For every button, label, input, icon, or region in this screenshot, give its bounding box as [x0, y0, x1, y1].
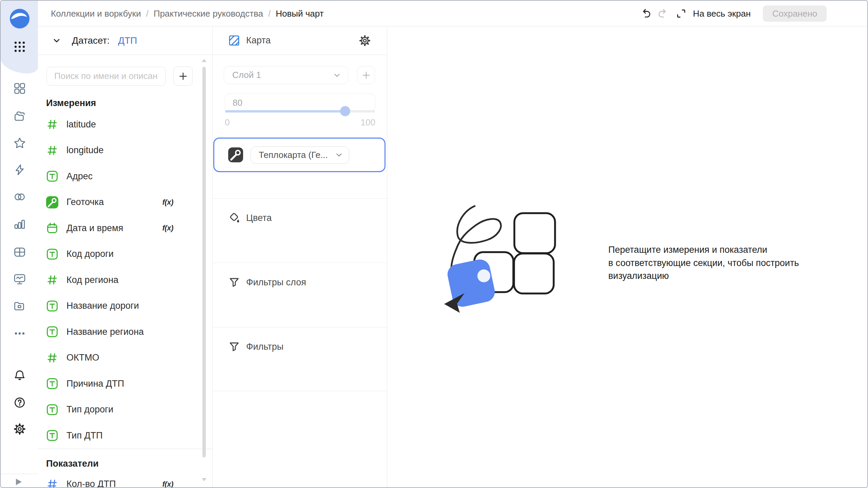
chevron-down-icon — [333, 71, 341, 79]
sidebar-item-tables[interactable] — [13, 246, 26, 259]
formula-badge: f(x) — [162, 480, 173, 488]
field-name: Причина ДТП — [66, 379, 124, 389]
field-row[interactable]: Код региона — [46, 267, 212, 293]
field-row[interactable]: Геоточка f(x) — [46, 189, 212, 216]
field-row[interactable]: Дата и время f(x) — [46, 215, 212, 241]
bar-chart-icon — [13, 218, 26, 230]
fullscreen-button[interactable]: На весь экран — [675, 8, 751, 19]
geotype-select[interactable]: Теплокарта (Ге... — [251, 146, 349, 164]
plus-icon — [179, 72, 188, 81]
gear-icon — [13, 423, 26, 435]
empty-state-line: Перетащите измерения и показатели — [608, 243, 812, 257]
apps-grid-icon — [14, 41, 26, 53]
scroll-up-arrow[interactable] — [202, 59, 206, 62]
funnel-icon — [228, 341, 240, 353]
field-name: longitude — [66, 145, 104, 156]
sidebar-item-more[interactable] — [13, 327, 26, 340]
sidebar-item-charts[interactable] — [13, 218, 26, 230]
search-input[interactable] — [46, 67, 166, 86]
opacity-scale: 0 100 — [225, 117, 375, 128]
bell-icon — [13, 369, 26, 382]
field-row[interactable]: Адрес — [46, 163, 212, 189]
breadcrumb-collections[interactable]: Коллекции и воркбуки — [51, 8, 141, 19]
field-row[interactable]: Причина ДТП — [46, 371, 212, 397]
funnel-icon — [228, 276, 240, 288]
settings-button[interactable] — [13, 423, 26, 435]
filters-section[interactable]: Фильтры — [213, 327, 387, 391]
layer-select[interactable]: Слой 1 — [224, 66, 348, 84]
sidebar-item-dashboards[interactable] — [13, 82, 26, 95]
chevron-down-icon — [335, 151, 343, 159]
notifications-button[interactable] — [13, 369, 26, 382]
number-type-icon — [46, 274, 58, 286]
chart-type-selector[interactable]: Карта — [228, 35, 271, 47]
viz-sections: Цвета Фильтры слоя Фильтры — [213, 198, 387, 391]
field-row[interactable]: Название дороги — [46, 293, 212, 319]
dimensions-title: Измерения — [46, 98, 212, 108]
folders-icon — [13, 110, 26, 123]
field-name: latitude — [66, 119, 96, 130]
layer-filters-section[interactable]: Фильтры слоя — [213, 263, 387, 327]
breadcrumb: Коллекции и воркбуки / Практические руко… — [51, 1, 324, 26]
gear-icon — [359, 35, 371, 47]
opacity-slider-handle[interactable] — [340, 106, 350, 116]
field-row[interactable]: Тип ДТП — [46, 423, 212, 449]
opacity-max-label: 100 — [361, 117, 375, 128]
field-row[interactable]: longitude — [46, 138, 212, 164]
layer-select-value: Слой 1 — [232, 70, 261, 80]
breadcrumb-workbook[interactable]: Практические руководства — [154, 8, 263, 19]
star-icon — [13, 137, 26, 149]
ellipsis-icon — [13, 327, 26, 340]
redo-button[interactable] — [656, 8, 668, 19]
sidebar-item-collections[interactable] — [13, 110, 26, 123]
undo-button[interactable] — [641, 8, 652, 19]
field-row[interactable]: Код дороги — [46, 241, 212, 267]
formula-badge: f(x) — [162, 224, 173, 232]
empty-state-text: Перетащите измерения и показатели в соот… — [608, 243, 812, 283]
squares-grid-icon — [13, 82, 26, 95]
opacity-slider[interactable] — [225, 110, 375, 113]
visualization-panel: Карта — [213, 26, 387, 488]
field-row[interactable]: ОКТМО — [46, 345, 212, 371]
field-row[interactable]: Тип дороги — [46, 397, 212, 423]
number-type-icon — [46, 478, 58, 488]
add-layer-button[interactable] — [357, 66, 375, 84]
sidebar-item-datasets[interactable] — [13, 190, 26, 203]
chart-settings-button[interactable] — [359, 35, 371, 47]
field-row[interactable]: latitude — [46, 111, 212, 138]
map-icon — [228, 35, 240, 47]
scrollbar[interactable] — [202, 67, 206, 458]
sidebar-item-connections[interactable] — [13, 163, 26, 176]
chevron-down-icon[interactable] — [52, 36, 61, 45]
expand-icon — [675, 8, 687, 19]
field-row[interactable]: Кол-во ДТП f(x) — [46, 471, 212, 488]
sidebar-expand-button[interactable] — [14, 477, 23, 486]
filters-section-label: Фильтры — [246, 341, 283, 353]
sidebar-item-favorites[interactable] — [13, 137, 26, 149]
help-button[interactable] — [13, 396, 26, 409]
geotype-select-value: Теплокарта (Ге... — [259, 150, 328, 160]
number-type-icon — [46, 118, 58, 130]
fields-list: Измерения latitude longitude Адрес Геото… — [38, 98, 212, 488]
lightning-icon — [13, 163, 26, 176]
field-name: Тип ДТП — [66, 430, 103, 441]
sidebar-item-storage[interactable] — [13, 300, 26, 313]
dataset-name-link[interactable]: ДТП — [118, 35, 137, 46]
save-button[interactable]: Сохранено — [763, 5, 827, 22]
apps-grid-button[interactable] — [14, 41, 26, 53]
monitor-pulse-icon — [13, 273, 26, 286]
number-type-icon — [46, 352, 58, 364]
geopoints-section-selected[interactable]: Теплокарта (Ге... — [213, 138, 386, 172]
sidebar-item-monitoring[interactable] — [13, 273, 26, 286]
colors-section[interactable]: Цвета — [213, 198, 387, 263]
folder-box-icon — [13, 300, 26, 313]
scroll-down-arrow[interactable] — [202, 478, 206, 481]
venn-circles-icon — [13, 190, 26, 203]
datalens-logo[interactable] — [10, 9, 29, 28]
layer-opacity-input[interactable]: 80 — [225, 94, 375, 111]
add-field-button[interactable] — [173, 66, 193, 86]
datalens-logo-icon — [10, 9, 29, 28]
opacity-slider-fill — [225, 110, 345, 113]
text-type-icon — [46, 378, 58, 390]
field-row[interactable]: Название региона — [46, 319, 212, 345]
